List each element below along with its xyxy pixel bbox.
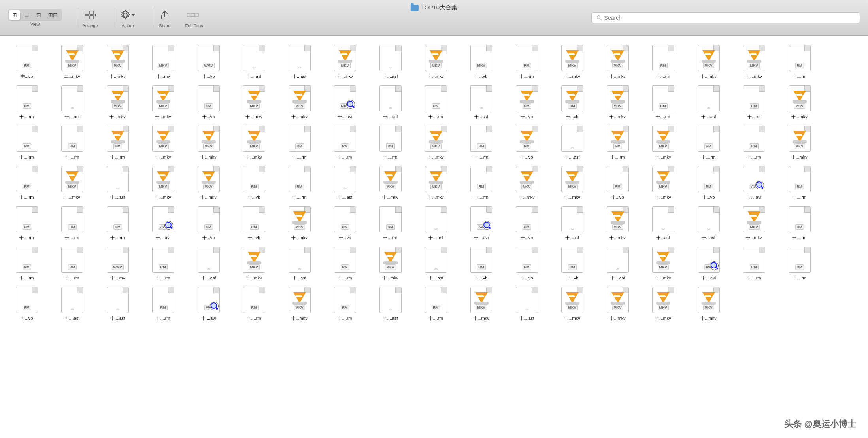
list-item[interactable]: RM 十....rm <box>4 122 49 162</box>
list-item[interactable]: MKV 十...mkv <box>459 283 504 324</box>
list-item[interactable]: RM 十....rm <box>140 283 186 324</box>
list-item[interactable]: MKV 十...mkv <box>277 203 322 243</box>
list-item[interactable]: MKV 十...mkv <box>640 162 686 203</box>
list-item[interactable]: MKV 十...mkv <box>49 162 95 203</box>
list-item[interactable]: RM 十....rm <box>231 283 277 324</box>
list-item[interactable]: RM 十...vb <box>504 122 549 162</box>
list-item[interactable]: WMV 十...vb <box>186 42 231 82</box>
list-item[interactable]: RM 十....rm <box>640 42 686 82</box>
list-item[interactable]: 十...asf <box>686 203 731 243</box>
list-item[interactable]: MKV 十....mkv <box>231 82 277 122</box>
gallery-view-button[interactable]: ⊞⊟ <box>45 10 61 20</box>
list-item[interactable]: MKV 十...mkv <box>595 82 640 122</box>
list-item[interactable]: MKV 十...mkv <box>777 82 822 122</box>
list-item[interactable]: AVI 十....avi <box>686 243 731 283</box>
list-item[interactable]: MKV 十...mkv <box>686 42 731 82</box>
edit-tags-button[interactable] <box>184 8 204 23</box>
list-item[interactable]: RM 十...vb <box>231 162 277 203</box>
icon-view-button[interactable]: ⊞ <box>9 10 20 20</box>
column-view-button[interactable]: ⊟ <box>33 10 44 20</box>
list-item[interactable]: 十....asf <box>231 42 277 82</box>
arrange-button[interactable] <box>82 8 98 23</box>
list-item[interactable]: MKV 十...mkv <box>640 122 686 162</box>
list-item[interactable]: RM 十...rm <box>731 82 777 122</box>
list-item[interactable]: RM 十....rm <box>777 162 822 203</box>
list-item[interactable]: RM 十....rm <box>49 203 95 243</box>
list-item[interactable]: 十....asf <box>186 243 231 283</box>
list-item[interactable]: MKV 十...mkv <box>368 162 413 203</box>
list-item[interactable]: MKV 十...mkv <box>95 82 140 122</box>
list-item[interactable]: RM 十....rm <box>49 122 95 162</box>
list-item[interactable]: 十....asf <box>549 122 595 162</box>
list-item[interactable]: RM 十....rm <box>504 42 549 82</box>
list-item[interactable]: MKV 十...mkv <box>595 283 640 324</box>
list-item[interactable]: RM 十....rm <box>459 162 504 203</box>
list-item[interactable]: MKV 十...mkv <box>549 162 595 203</box>
list-item[interactable]: 十...asf <box>640 203 686 243</box>
list-item[interactable]: RM 十....rm <box>731 243 777 283</box>
list-item[interactable]: 十...asf <box>277 42 322 82</box>
list-item[interactable]: RM 十....rm <box>49 243 95 283</box>
list-item[interactable]: RM 十...vb <box>322 203 368 243</box>
list-item[interactable]: AVI 十....avi <box>459 203 504 243</box>
list-item[interactable]: RM 十...vb <box>686 162 731 203</box>
list-item[interactable]: 十...asf <box>459 82 504 122</box>
list-item[interactable]: 十....asf <box>49 283 95 324</box>
list-item[interactable]: MKV 十...mkv <box>186 122 231 162</box>
list-item[interactable]: 十....asf <box>95 283 140 324</box>
list-item[interactable]: RM 中...vb <box>4 42 49 82</box>
list-item[interactable]: MKV 十...mkv <box>277 82 322 122</box>
list-item[interactable]: 十....asf <box>368 283 413 324</box>
list-item[interactable]: RM 十....rm <box>368 122 413 162</box>
list-item[interactable]: MKV 十...mkv <box>140 162 186 203</box>
list-item[interactable]: RM 十....rm <box>459 122 504 162</box>
list-item[interactable]: RM 十....rm <box>322 122 368 162</box>
list-item[interactable]: MKV 十...mkv <box>595 203 640 243</box>
list-item[interactable]: 十....asf <box>368 42 413 82</box>
list-item[interactable]: MKV 二...mkv <box>49 42 95 82</box>
list-item[interactable]: 十....asf <box>413 243 459 283</box>
list-item[interactable]: RM 十....rm <box>777 243 822 283</box>
list-item[interactable]: MKV 十...mkv <box>413 42 459 82</box>
list-item[interactable]: MKV 十...mkv <box>277 283 322 324</box>
list-item[interactable]: RM 十....rm <box>368 203 413 243</box>
list-item[interactable]: MKV 十...mkv <box>731 42 777 82</box>
list-item[interactable]: RM 十...vb <box>459 243 504 283</box>
list-item[interactable]: RM 十....rm <box>413 283 459 324</box>
list-item[interactable]: MKV 十...vb <box>459 42 504 82</box>
list-item[interactable]: RM 十...vb <box>549 243 595 283</box>
list-item[interactable]: RM 十...vb <box>186 203 231 243</box>
list-item[interactable]: MKV 十...mkv <box>95 42 140 82</box>
list-item[interactable]: RM 十....rm <box>413 82 459 122</box>
list-item[interactable]: MKV 十...mkv <box>140 122 186 162</box>
list-item[interactable]: RM 十...vb <box>4 283 49 324</box>
list-item[interactable]: MKV 十...mv <box>140 42 186 82</box>
list-item[interactable]: RM 十....rm <box>95 203 140 243</box>
list-item[interactable]: RM 十....rm <box>4 243 49 283</box>
list-item[interactable]: RM 十...vb <box>186 82 231 122</box>
list-item[interactable]: 十....asf <box>504 283 549 324</box>
list-item[interactable]: MKV 十...mkv <box>413 122 459 162</box>
list-item[interactable]: 十...asf <box>549 203 595 243</box>
list-view-button[interactable]: ☰ <box>21 10 32 20</box>
list-item[interactable]: RM 十....rm <box>731 122 777 162</box>
list-item[interactable]: RM 十...vb <box>504 203 549 243</box>
list-item[interactable]: MKV 十...mkv <box>504 162 549 203</box>
list-item[interactable]: RM 十....rm <box>777 42 822 82</box>
list-item[interactable]: RM 十....rm <box>322 243 368 283</box>
list-item[interactable]: 十....asf <box>595 243 640 283</box>
list-item[interactable]: RM 十...vb <box>549 82 595 122</box>
list-item[interactable]: MKV 十...mkv <box>322 42 368 82</box>
list-item[interactable]: MKV 十...mkv <box>231 122 277 162</box>
list-item[interactable]: RM 十...vb <box>595 162 640 203</box>
list-item[interactable]: 十....asf <box>49 82 95 122</box>
list-item[interactable]: RM 十...vb <box>231 203 277 243</box>
list-item[interactable]: MKV 十....avi <box>322 82 368 122</box>
list-item[interactable]: MKV 十...mkv <box>686 283 731 324</box>
list-item[interactable]: RM 十....rm <box>640 82 686 122</box>
list-item[interactable]: RM 十...vb <box>504 82 549 122</box>
list-item[interactable]: MKV 十...mkv <box>595 42 640 82</box>
search-box[interactable] <box>591 12 860 23</box>
list-item[interactable]: RM 十....rm <box>140 243 186 283</box>
list-item[interactable]: AVI 十....avi <box>140 203 186 243</box>
